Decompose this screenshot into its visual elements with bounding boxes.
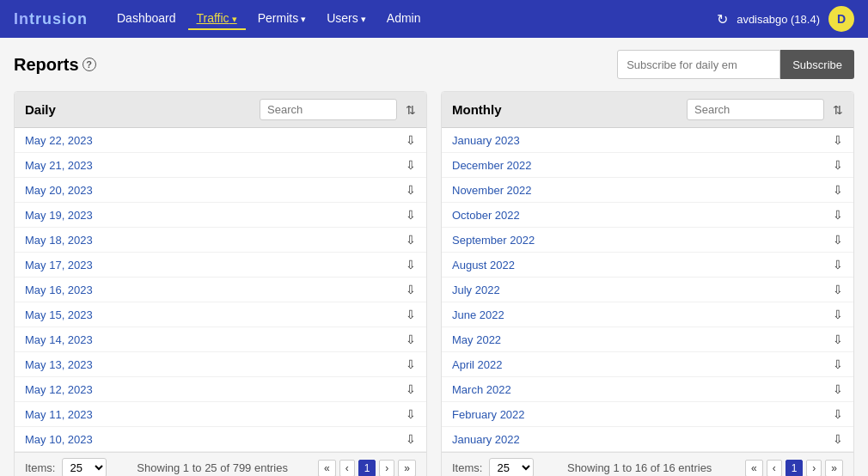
monthly-first-page[interactable]: « (745, 460, 763, 477)
daily-report-link[interactable]: May 17, 2023 (25, 259, 93, 272)
monthly-report-link[interactable]: January 2022 (452, 433, 520, 446)
monthly-report-link[interactable]: November 2022 (452, 184, 532, 197)
user-avatar[interactable]: D (828, 6, 854, 32)
monthly-report-link[interactable]: June 2022 (452, 308, 504, 321)
monthly-report-link[interactable]: January 2023 (452, 134, 520, 147)
daily-report-link[interactable]: May 13, 2023 (25, 358, 93, 371)
monthly-download-icon[interactable]: ⇩ (833, 357, 843, 371)
daily-download-icon[interactable]: ⇩ (406, 208, 416, 222)
daily-download-icon[interactable]: ⇩ (406, 158, 416, 172)
monthly-report-link[interactable]: December 2022 (452, 159, 532, 172)
daily-download-icon[interactable]: ⇩ (406, 357, 416, 371)
daily-next-page[interactable]: › (379, 460, 394, 477)
monthly-report-link[interactable]: March 2022 (452, 383, 511, 396)
daily-prev-page[interactable]: ‹ (339, 460, 355, 477)
brand-logo[interactable]: Intrusion (14, 10, 88, 28)
daily-download-icon[interactable]: ⇩ (406, 407, 416, 421)
daily-report-link[interactable]: May 10, 2023 (25, 433, 93, 446)
monthly-download-cell: ⇩ (822, 153, 853, 178)
monthly-download-icon[interactable]: ⇩ (833, 133, 843, 147)
daily-report-link[interactable]: May 21, 2023 (25, 159, 93, 172)
nav-dashboard[interactable]: Dashboard (108, 8, 185, 30)
monthly-report-link[interactable]: April 2022 (452, 358, 503, 371)
monthly-table-row: March 2022 ⇩ (442, 377, 853, 402)
monthly-download-icon[interactable]: ⇩ (833, 308, 843, 321)
monthly-report-link[interactable]: July 2022 (452, 284, 500, 296)
monthly-items-select[interactable]: 25 50 100 (489, 458, 534, 476)
monthly-download-icon[interactable]: ⇩ (833, 183, 843, 197)
nav-users[interactable]: Users (318, 8, 375, 30)
monthly-download-icon[interactable]: ⇩ (833, 208, 843, 222)
daily-download-cell: ⇩ (395, 203, 426, 228)
monthly-report-link[interactable]: October 2022 (452, 209, 520, 222)
monthly-report-link-cell: February 2022 (442, 402, 822, 427)
daily-search-input[interactable] (260, 99, 397, 120)
daily-report-link[interactable]: May 14, 2023 (25, 333, 93, 346)
daily-download-cell: ⇩ (395, 352, 426, 377)
monthly-report-link[interactable]: May 2022 (452, 333, 501, 346)
monthly-search-input[interactable] (687, 99, 824, 120)
daily-download-icon[interactable]: ⇩ (406, 432, 416, 446)
daily-report-link[interactable]: May 12, 2023 (25, 383, 93, 396)
monthly-report-link[interactable]: September 2022 (452, 234, 535, 247)
monthly-report-link[interactable]: February 2022 (452, 408, 525, 421)
daily-last-page[interactable]: » (398, 460, 416, 477)
daily-download-icon[interactable]: ⇩ (406, 133, 416, 147)
daily-items-select[interactable]: 25 50 100 (62, 458, 107, 476)
daily-report-link[interactable]: May 11, 2023 (25, 408, 93, 421)
monthly-last-page[interactable]: » (825, 460, 843, 477)
monthly-download-icon[interactable]: ⇩ (833, 283, 843, 296)
monthly-download-icon[interactable]: ⇩ (833, 333, 843, 346)
daily-download-icon[interactable]: ⇩ (406, 233, 416, 247)
page-content: Reports ? Subscribe Daily ⇅ May 22, 2023… (0, 38, 868, 476)
subscribe-button[interactable]: Subscribe (780, 50, 854, 79)
monthly-report-link-cell: December 2022 (442, 153, 822, 178)
daily-report-link[interactable]: May 18, 2023 (25, 234, 93, 247)
monthly-download-icon[interactable]: ⇩ (833, 432, 843, 446)
nav-permits[interactable]: Permits (249, 8, 315, 30)
daily-report-link[interactable]: May 20, 2023 (25, 184, 93, 197)
daily-first-page[interactable]: « (318, 460, 336, 477)
monthly-download-icon[interactable]: ⇩ (833, 382, 843, 396)
monthly-footer: Items: 25 50 100 Showing 1 to 16 of 16 e… (442, 452, 853, 476)
nav-admin[interactable]: Admin (378, 8, 430, 30)
daily-download-icon[interactable]: ⇩ (406, 183, 416, 197)
refresh-icon[interactable]: ↻ (717, 11, 728, 27)
monthly-download-icon[interactable]: ⇩ (833, 407, 843, 421)
daily-report-link-cell: May 22, 2023 (15, 128, 395, 153)
monthly-page-1[interactable]: 1 (785, 460, 804, 477)
navbar: Intrusion Dashboard Traffic Permits User… (0, 0, 868, 38)
monthly-report-link[interactable]: August 2022 (452, 259, 515, 272)
daily-table-row: May 18, 2023 ⇩ (15, 228, 426, 253)
daily-report-link[interactable]: May 16, 2023 (25, 284, 93, 296)
daily-report-link-cell: May 13, 2023 (15, 352, 395, 377)
daily-report-link[interactable]: May 22, 2023 (25, 134, 93, 147)
monthly-download-icon[interactable]: ⇩ (833, 258, 843, 272)
monthly-download-icon[interactable]: ⇩ (833, 233, 843, 247)
daily-download-cell: ⇩ (395, 153, 426, 178)
daily-download-icon[interactable]: ⇩ (406, 308, 416, 321)
daily-table-row: May 19, 2023 ⇩ (15, 203, 426, 228)
monthly-download-cell: ⇩ (822, 253, 853, 278)
nav-traffic[interactable]: Traffic (188, 8, 246, 30)
monthly-download-cell: ⇩ (822, 402, 853, 427)
daily-sort-icon[interactable]: ⇅ (406, 103, 416, 117)
monthly-sort-icon[interactable]: ⇅ (833, 103, 843, 117)
monthly-download-icon[interactable]: ⇩ (833, 158, 843, 172)
monthly-next-page[interactable]: › (806, 460, 822, 477)
monthly-prev-page[interactable]: ‹ (767, 460, 782, 477)
help-icon[interactable]: ? (83, 58, 96, 71)
subscribe-email-input[interactable] (617, 50, 780, 79)
monthly-panel-header: Monthly ⇅ (442, 92, 853, 128)
monthly-table-row: August 2022 ⇩ (442, 253, 853, 278)
daily-download-icon[interactable]: ⇩ (406, 258, 416, 272)
daily-download-icon[interactable]: ⇩ (406, 333, 416, 346)
daily-table-row: May 17, 2023 ⇩ (15, 253, 426, 278)
daily-table-row: May 14, 2023 ⇩ (15, 327, 426, 352)
daily-download-cell: ⇩ (395, 302, 426, 327)
daily-report-link[interactable]: May 15, 2023 (25, 308, 93, 321)
daily-report-link[interactable]: May 19, 2023 (25, 209, 93, 222)
daily-download-icon[interactable]: ⇩ (406, 283, 416, 296)
daily-page-1[interactable]: 1 (358, 460, 376, 477)
daily-download-icon[interactable]: ⇩ (406, 382, 416, 396)
